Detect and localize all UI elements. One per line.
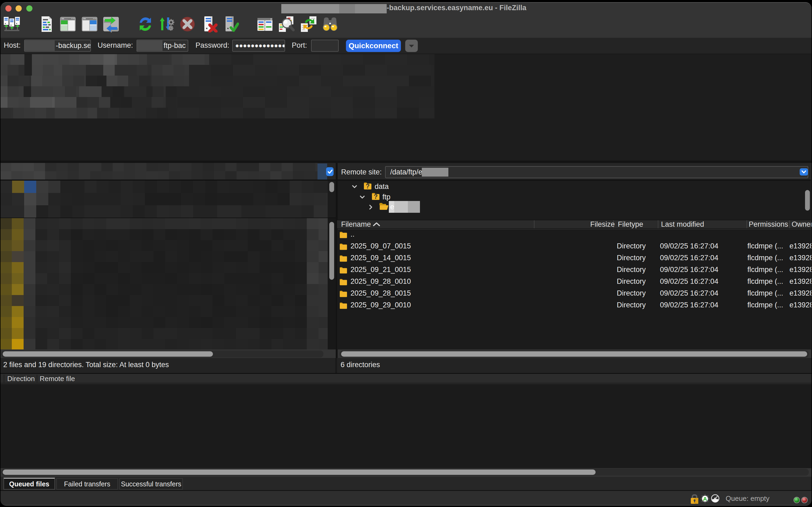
svg-text:A: A: [703, 496, 707, 502]
svg-text:?: ?: [374, 193, 378, 200]
svg-text:?: ?: [366, 182, 370, 190]
